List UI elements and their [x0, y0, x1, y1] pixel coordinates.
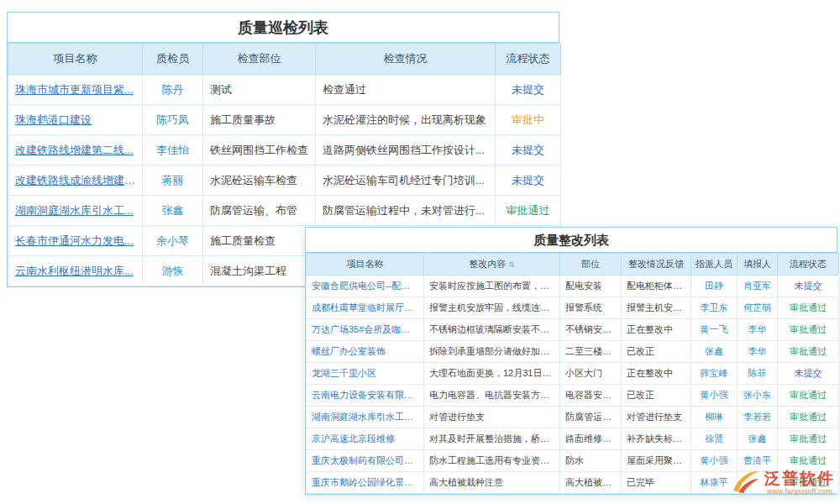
project-link[interactable]: 安徽合肥供电公司--配电设备... — [307, 276, 424, 297]
rectify-feedback: 正在整改中 — [622, 319, 691, 341]
inspection-location: 防腐管运输、布管 — [203, 196, 316, 226]
table-row[interactable]: 改建铁路线增建第二线...李佳怡铁丝网围挡工作检查道路两侧铁丝网围挡工作按设计.… — [8, 135, 561, 165]
filler-name[interactable]: 张鑫 — [738, 428, 778, 450]
inspector-name[interactable]: 李佳怡 — [143, 135, 203, 165]
assignee-name[interactable]: 李卫东 — [691, 297, 738, 319]
project-link[interactable]: 改建铁路线增建第二线... — [8, 135, 143, 165]
project-link[interactable]: 万达广场35#会所及咖啡厅空... — [307, 319, 424, 341]
watermark-brand: 泛普软件 — [764, 470, 835, 487]
rectify-part: 不锈钢安装... — [560, 319, 622, 341]
inspection-situation: 道路两侧铁丝网围挡工作按设计... — [316, 135, 496, 165]
rectify-feedback: 已改正 — [622, 385, 691, 407]
project-link[interactable]: 湖南洞庭湖水库引水工程施工1标 — [307, 407, 424, 428]
col-header-situation: 检查情况 — [316, 44, 496, 75]
inspector-name[interactable]: 张鑫 — [143, 196, 203, 226]
assignee-name[interactable]: 黄小强 — [691, 450, 738, 472]
project-link[interactable]: 成都杜甫草堂临时展厅独立展... — [307, 297, 424, 319]
filler-name[interactable]: 肖亚军 — [738, 276, 778, 297]
project-link[interactable]: 龙湖三千里小区 — [307, 363, 424, 385]
assignee-name[interactable]: 薛宝峰 — [691, 363, 738, 385]
status-badge: 审批通过 — [496, 196, 561, 226]
filler-name[interactable]: 李华 — [738, 341, 778, 363]
inspection-header-row: 项目名称 质检员 检查部位 检查情况 流程状态 — [8, 44, 561, 75]
filler-name[interactable]: 何芷萌 — [738, 297, 778, 319]
watermark: 泛普软件 www.fanpusoft.com — [732, 469, 835, 497]
rectify-part: 高大植被栽种 — [560, 472, 622, 494]
table-row[interactable]: 珠海鹤港口建设陈巧凤施工质量事故水泥砼灌注的时候，出现离析现象审批中 — [8, 105, 561, 135]
rectify-part: 防腐管运输... — [560, 407, 622, 428]
table-row[interactable]: 安徽合肥供电公司--配电设备...安装时应按施工图的布置，将...配电安装配电柜… — [307, 276, 839, 297]
project-link[interactable]: 云南水利枢纽潜明水库... — [8, 256, 143, 286]
project-link[interactable]: 改建铁路线成渝线增建第... — [8, 165, 143, 196]
rectify-content: 安装时应按施工图的布置，将... — [424, 276, 560, 297]
assignee-name[interactable]: 黄一飞 — [691, 319, 738, 341]
inspector-name[interactable]: 陈丹 — [143, 75, 203, 105]
project-link[interactable]: 湖南洞庭湖水库引水工... — [8, 196, 143, 226]
inspection-location: 铁丝网围挡工作检查 — [203, 135, 316, 165]
rectify-part: 配电安装 — [560, 276, 622, 297]
inspector-name[interactable]: 余小琴 — [143, 226, 203, 256]
rectify-feedback: 已改正 — [622, 341, 691, 363]
assignee-name[interactable]: 田静 — [691, 276, 738, 297]
col-header-content[interactable]: 整改内容⇅ — [424, 254, 560, 276]
table-row[interactable]: 湖南洞庭湖水库引水工程施工1标对管进行垫支防腐管运输...对管进行垫支柳琳李若若… — [307, 407, 839, 428]
table-row[interactable]: 云南电力设备安装有限公司20...电力电容器、电抗器安装方案...电容器安装..… — [307, 385, 839, 407]
project-link[interactable]: 珠海市城市更新项目紫... — [8, 75, 143, 105]
filler-name[interactable]: 李若若 — [738, 407, 778, 428]
inspection-situation: 水泥砼运输车司机经过专门培训... — [316, 165, 496, 196]
table-row[interactable]: 万达广场35#会所及咖啡厅空...不锈钢边框玻璃隔断安装不平...不锈钢安装..… — [307, 319, 839, 341]
project-link[interactable]: 珠海鹤港口建设 — [8, 105, 143, 135]
status-badge: 未提交 — [778, 363, 839, 385]
table-row[interactable]: 湖南洞庭湖水库引水工...张鑫防腐管运输、布管防腐管运输过程中，未对管进行...… — [8, 196, 561, 226]
rectify-table-title: 质量整改列表 — [306, 228, 837, 253]
inspector-name[interactable]: 游恢 — [143, 256, 203, 286]
status-badge: 未提交 — [496, 75, 561, 105]
filler-name[interactable]: 陈菲 — [738, 363, 778, 385]
project-link[interactable]: 京沪高速北京段维修 — [307, 428, 424, 450]
table-row[interactable]: 京沪高速北京段维修对其及时开展整治措施，桥头...路面维修检...补齐缺失标志.… — [307, 428, 839, 450]
rectify-part: 二至三楼混... — [560, 341, 622, 363]
rectify-feedback: 屋面采用聚氨... — [622, 450, 691, 472]
project-link[interactable]: 螺丝厂办公室装饰 — [307, 341, 424, 363]
inspection-table-title: 质量巡检列表 — [8, 13, 559, 43]
rectify-feedback: 报警主机安放... — [622, 297, 691, 319]
col-header-part: 部位 — [560, 254, 622, 276]
rectify-content: 对其及时开展整治措施，桥头... — [424, 428, 560, 450]
rectify-header-row: 项目名称 整改内容⇅ 部位 整改情况反馈 指派人员 填报人 流程状态 — [307, 254, 839, 276]
assignee-name[interactable]: 林康平 — [691, 472, 738, 494]
rectify-content: 拆除到承重墙部分请做好加固... — [424, 341, 560, 363]
assignee-name[interactable]: 柳琳 — [691, 407, 738, 428]
table-row[interactable]: 珠海市城市更新项目紫...陈丹测试检查通过未提交 — [8, 75, 561, 105]
assignee-name[interactable]: 徐贤 — [691, 428, 738, 450]
status-badge: 审批通过 — [778, 341, 839, 363]
status-badge: 审批通过 — [778, 407, 839, 428]
col-header-status: 流程状态 — [778, 254, 839, 276]
col-header-inspector: 质检员 — [143, 44, 203, 75]
inspector-name[interactable]: 陈巧凤 — [143, 105, 203, 135]
filler-name[interactable]: 张小东 — [738, 385, 778, 407]
filler-name[interactable]: 李华 — [738, 319, 778, 341]
rectify-table: 项目名称 整改内容⇅ 部位 整改情况反馈 指派人员 填报人 流程状态 安徽合肥供… — [306, 253, 839, 494]
rectify-table-card: 质量整改列表 项目名称 整改内容⇅ 部位 整改情况反馈 指派人员 填报人 流程状… — [305, 227, 837, 495]
table-row[interactable]: 螺丝厂办公室装饰拆除到承重墙部分请做好加固...二至三楼混...已改正张鑫李华审… — [307, 341, 839, 363]
table-row[interactable]: 成都杜甫草堂临时展厅独立展...报警主机安放牢固，线缆连接...报警系统报警主机… — [307, 297, 839, 319]
assignee-name[interactable]: 黄小强 — [691, 385, 738, 407]
inspection-situation: 水泥砼灌注的时候，出现离析现象 — [316, 105, 496, 135]
rectify-part: 电容器安装... — [560, 385, 622, 407]
project-link[interactable]: 云南电力设备安装有限公司20... — [307, 385, 424, 407]
inspector-name[interactable]: 蒋丽 — [143, 165, 203, 196]
assignee-name[interactable]: 张鑫 — [691, 341, 738, 363]
inspection-situation: 检查通过 — [316, 75, 496, 105]
sort-icon[interactable]: ⇅ — [508, 260, 515, 269]
rectify-content: 防水工程施工选用有专业资质... — [424, 450, 560, 472]
project-link[interactable]: 长春市伊通河水力发电... — [8, 226, 143, 256]
status-badge: 未提交 — [496, 165, 561, 196]
rectify-content: 大理石地面更换，12月31日之... — [424, 363, 560, 385]
inspection-location: 测试 — [203, 75, 316, 105]
table-row[interactable]: 改建铁路线成渝线增建第...蒋丽水泥砼运输车检查水泥砼运输车司机经过专门培训..… — [8, 165, 561, 196]
project-link[interactable]: 重庆太极制药有限公司亳州... — [307, 450, 424, 472]
rectify-content: 高大植被栽种注意 — [424, 472, 560, 494]
col-header-feedback: 整改情况反馈 — [622, 254, 691, 276]
project-link[interactable]: 重庆市鹅岭公园绿化景观提升... — [307, 472, 424, 494]
table-row[interactable]: 龙湖三千里小区大理石地面更换，12月31日之...小区大门正在整改中薛宝峰陈菲未… — [307, 363, 839, 385]
